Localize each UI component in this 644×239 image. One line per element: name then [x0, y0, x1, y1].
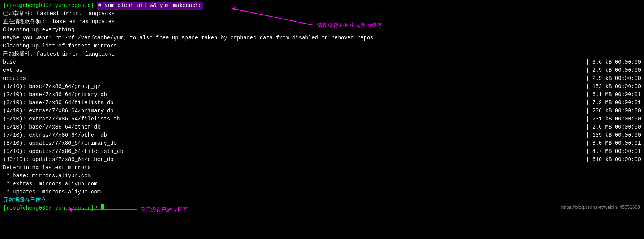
line-command: [root@cheng0307 yum.repos.d] # yum clean… — [3, 2, 641, 10]
line-6-10: (6/10): base/7/x86_64/other_db | 2.6 MB … — [3, 123, 641, 131]
command-text: # yum clean all && yum makecache — [97, 2, 203, 10]
line-3-10: (3/10): base/7/x86_64/filelists_db | 7.2… — [3, 99, 641, 107]
line-1: 已加载插件: fastestmirror, langpacks — [3, 10, 641, 18]
line-6: 已加载插件: fastestmirror, langpacks — [3, 50, 641, 58]
watermark: https://blog.csdn.net/weixin_45551608 — [561, 204, 640, 211]
line-extras-mirror: * extras: mirrors.aliyun.com — [3, 180, 641, 188]
line-updates-mirror: * updates: mirrors.aliyun.com — [3, 188, 641, 196]
line-base: base | 3.6 kB 00:00:00 — [3, 58, 641, 66]
line-8-10: (8/10): updates/7/x86_64/primary_db | 8.… — [3, 139, 641, 147]
line-final-prompt: [root@cheng0307 yum.repos.d]# — [3, 204, 641, 212]
line-metadata-complete: 元数据缓存已建立 — [3, 196, 641, 204]
terminal: [root@cheng0307 yum.repos.d] # yum clean… — [0, 0, 644, 214]
line-determining: Determining fastest mirrors — [3, 164, 641, 172]
line-1-10: (1/10): base/7/x86_64/group_gz | 153 kB … — [3, 83, 641, 91]
line-4-10: (4/10): extras/7/x86_64/primary_db | 236… — [3, 107, 641, 115]
cursor — [101, 204, 104, 210]
line-5-10: (5/10): extras/7/x86_64/filelists_db | 2… — [3, 115, 641, 123]
line-extras: extras | 2.9 kB 00:00:00 — [3, 66, 641, 75]
line-5: Cleaning up list of fastest mirrors — [3, 42, 641, 50]
annotation-clean-cache: 清理缓存并且生成新的缓存 — [317, 21, 382, 29]
line-base-mirror: * base: mirrors.aliyun.com — [3, 172, 641, 180]
annotation-cache-established: 显示缓存已建立即可 — [140, 206, 189, 214]
line-10-10: (10/10): updates/7/x86_64/other_db | 610… — [3, 156, 641, 164]
line-9-10: (9/10): updates/7/x86_64/filelists_db | … — [3, 147, 641, 156]
line-7-10: (7/10): extras/7/x86_64/other_db | 139 k… — [3, 131, 641, 139]
line-4: Maybe you want: rm -rf /var/cache/yum, t… — [3, 34, 641, 42]
line-updates: updates | 2.9 kB 00:00:00 — [3, 75, 641, 83]
line-2-10: (2/10): base/7/x86_64/primary_db | 6.1 M… — [3, 91, 641, 99]
prompt-0: [root@cheng0307 yum.repos.d] — [3, 2, 94, 10]
